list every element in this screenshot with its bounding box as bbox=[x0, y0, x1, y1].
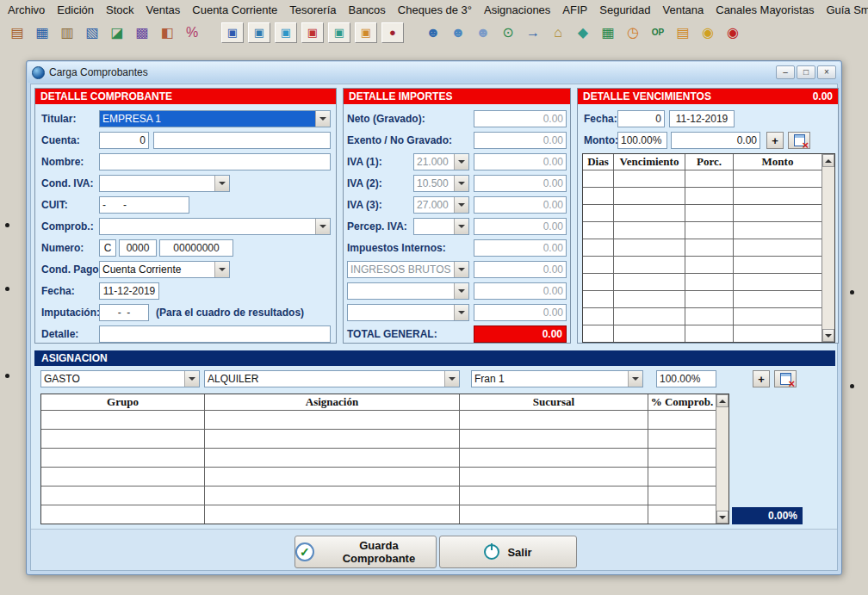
spreadsheet-icon[interactable]: ▦ bbox=[32, 22, 53, 43]
table-cell[interactable] bbox=[685, 325, 733, 342]
dropdown-arrow-icon[interactable] bbox=[315, 219, 330, 234]
comprob-select[interactable] bbox=[99, 218, 331, 235]
numero-letra-input[interactable] bbox=[99, 239, 116, 257]
menu-item-cheques-de-3-[interactable]: Cheques de 3° bbox=[392, 2, 478, 18]
table-cell[interactable] bbox=[734, 291, 822, 307]
voucher-teal-icon[interactable]: ▣ bbox=[328, 22, 350, 43]
add-vencimiento-button[interactable]: + bbox=[766, 132, 784, 149]
importes-amount-input[interactable] bbox=[474, 153, 567, 170]
vencimientos-scrollbar[interactable] bbox=[822, 154, 834, 342]
delete-vencimiento-button[interactable]: × bbox=[788, 132, 810, 149]
table-cell[interactable] bbox=[583, 291, 613, 307]
voucher-steel-icon[interactable]: ▣ bbox=[248, 22, 270, 43]
table-cell[interactable] bbox=[614, 325, 685, 342]
menu-item-seguridad[interactable]: Seguridad bbox=[593, 2, 656, 18]
table-cell[interactable] bbox=[685, 205, 733, 221]
table-cell[interactable] bbox=[205, 468, 459, 486]
table-cell[interactable] bbox=[583, 222, 613, 239]
menu-item-ventana[interactable]: Ventana bbox=[657, 2, 710, 18]
venc-monto-input[interactable] bbox=[671, 132, 760, 149]
menu-item-afip[interactable]: AFIP bbox=[556, 2, 593, 18]
cuit-input[interactable] bbox=[99, 196, 189, 214]
table-cell[interactable] bbox=[734, 205, 822, 221]
table-cell[interactable] bbox=[41, 505, 204, 524]
menu-item-tesorer-a[interactable]: Tesorería bbox=[283, 2, 342, 18]
table-cell[interactable] bbox=[205, 449, 459, 467]
table-cell[interactable] bbox=[460, 505, 648, 524]
scroll-up-icon[interactable] bbox=[822, 154, 834, 167]
bell-icon[interactable]: ◉ bbox=[698, 22, 718, 43]
cond-pago-select[interactable]: Cuenta Corriente bbox=[99, 261, 230, 278]
menu-item-gu-a-smart[interactable]: Guía Smart bbox=[820, 2, 868, 18]
importes-select[interactable] bbox=[413, 218, 469, 235]
voucher-cyan-icon[interactable]: ▣ bbox=[275, 22, 297, 43]
dropdown-arrow-icon[interactable] bbox=[454, 305, 468, 320]
calculator-icon[interactable]: ▦ bbox=[598, 22, 618, 43]
asignacion-select[interactable]: ALQUILER bbox=[204, 370, 460, 387]
dropdown-arrow-icon[interactable] bbox=[454, 262, 468, 277]
dropdown-arrow-icon[interactable] bbox=[454, 283, 468, 299]
dropdown-arrow-icon[interactable] bbox=[454, 197, 468, 213]
numero-sucursal-input[interactable] bbox=[119, 239, 157, 257]
clipboard-icon[interactable]: ◧ bbox=[157, 22, 177, 43]
add-asignacion-button[interactable]: + bbox=[753, 370, 770, 387]
importes-amount-input[interactable] bbox=[474, 282, 567, 300]
grupo-select[interactable]: GASTO bbox=[40, 370, 200, 387]
table-cell[interactable] bbox=[614, 188, 685, 204]
table-cell[interactable] bbox=[41, 411, 204, 429]
table-cell[interactable] bbox=[614, 257, 685, 273]
table-cell[interactable] bbox=[648, 411, 716, 429]
dropdown-arrow-icon[interactable] bbox=[454, 219, 468, 234]
voucher-orange-icon[interactable]: ▣ bbox=[355, 22, 377, 43]
importes-amount-input[interactable] bbox=[474, 261, 567, 278]
menu-item-bancos[interactable]: Bancos bbox=[342, 2, 391, 18]
importes-select[interactable]: 21.000 bbox=[413, 153, 469, 170]
sucursal-select[interactable]: Fran 1 bbox=[471, 370, 643, 387]
cuenta-name-input[interactable] bbox=[153, 132, 331, 149]
importes-select[interactable]: 10.500 bbox=[413, 175, 469, 192]
table-cell[interactable] bbox=[734, 325, 822, 342]
dropdown-arrow-icon[interactable] bbox=[444, 371, 459, 387]
table-cell[interactable] bbox=[685, 257, 733, 273]
search-icon[interactable]: ⊙ bbox=[498, 22, 518, 43]
table-cell[interactable] bbox=[614, 274, 685, 290]
table-cell[interactable] bbox=[648, 487, 716, 505]
table-cell[interactable] bbox=[685, 239, 733, 256]
importes-amount-input[interactable] bbox=[474, 304, 567, 321]
dropdown-arrow-icon[interactable] bbox=[454, 176, 468, 191]
dropdown-arrow-icon[interactable] bbox=[214, 262, 229, 277]
imputacion-input[interactable] bbox=[99, 304, 149, 321]
table-cell[interactable] bbox=[614, 308, 685, 325]
voucher-darkred-icon[interactable]: ● bbox=[381, 22, 404, 43]
table-cell[interactable] bbox=[734, 257, 822, 273]
table-cell[interactable] bbox=[614, 291, 685, 307]
table-cell[interactable] bbox=[460, 430, 648, 448]
percent-icon[interactable]: % bbox=[182, 22, 202, 43]
cuenta-number-input[interactable] bbox=[99, 132, 149, 149]
menu-item-archivo[interactable]: Archivo bbox=[2, 2, 51, 18]
invoice-icon[interactable]: ▧ bbox=[82, 22, 102, 43]
importes-amount-input[interactable] bbox=[474, 132, 567, 149]
table-cell[interactable] bbox=[734, 170, 822, 187]
table-cell[interactable] bbox=[583, 274, 613, 290]
table-cell[interactable] bbox=[205, 487, 459, 505]
table-cell[interactable] bbox=[614, 222, 685, 239]
scroll-down-icon[interactable] bbox=[822, 329, 834, 342]
guarda-comprobante-button[interactable]: ✓ Guarda Comprobante bbox=[294, 536, 437, 568]
maximize-button[interactable]: □ bbox=[797, 65, 815, 79]
dropdown-arrow-icon[interactable] bbox=[628, 371, 642, 387]
power-icon[interactable]: ◉ bbox=[722, 22, 743, 43]
table-cell[interactable] bbox=[685, 170, 733, 187]
card-file-icon[interactable]: ▤ bbox=[7, 22, 28, 43]
numero-numero-input[interactable] bbox=[159, 239, 233, 257]
table-cell[interactable] bbox=[205, 411, 459, 429]
titular-select[interactable]: EMPRESA 1 bbox=[99, 110, 331, 127]
menu-item-cuenta-corriente[interactable]: Cuenta Corriente bbox=[186, 2, 283, 18]
dropdown-arrow-icon[interactable] bbox=[214, 176, 229, 191]
table-cell[interactable] bbox=[734, 239, 822, 256]
table-cell[interactable] bbox=[41, 468, 204, 486]
chart-report-icon[interactable]: ◪ bbox=[107, 22, 127, 43]
user-search-icon[interactable]: ☻ bbox=[448, 22, 468, 43]
table-cell[interactable] bbox=[685, 222, 733, 239]
window-titlebar[interactable]: Carga Comprobantes – □ × bbox=[28, 62, 840, 83]
